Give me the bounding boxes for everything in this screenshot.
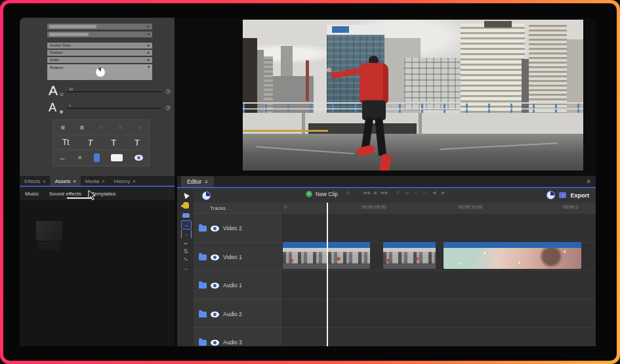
prev-clip-icon[interactable]: ◀: [432, 190, 436, 195]
align-full-icon[interactable]: ≡: [137, 123, 141, 131]
rewind-icon[interactable]: ◀◀: [363, 190, 370, 195]
rotation-dial[interactable]: [96, 68, 105, 77]
clip-header-bar: [383, 242, 436, 248]
subtab-music[interactable]: Music: [20, 191, 44, 197]
dancer-hoodie: [360, 63, 388, 104]
stroke-slider[interactable]: [67, 108, 161, 109]
timeline-ruler[interactable]: 0 00:00:05:00 00:00:10:00 00:00:2: [194, 203, 596, 214]
background-color-swatch[interactable]: [111, 154, 123, 161]
asset-thumbnail[interactable]: [36, 221, 62, 241]
tab-menu-icon[interactable]: ≡: [133, 179, 135, 184]
tab-editor[interactable]: Editor ≡: [181, 176, 214, 187]
subtab-sound-effects[interactable]: Sound effects: [44, 191, 87, 197]
dropdown-field[interactable]: ▸: [47, 24, 152, 30]
align-justify-icon[interactable]: ≡: [118, 123, 122, 131]
roll-tool-icon[interactable]: ↔: [181, 230, 192, 238]
pointer-tool-icon[interactable]: [181, 191, 190, 199]
dancer-figure: [354, 56, 400, 171]
track-header-audio2[interactable]: Audio 2: [194, 299, 282, 329]
ruler-tick-label: 00:00:05:00: [354, 205, 394, 209]
folder-icon[interactable]: [199, 226, 207, 232]
playhead[interactable]: [327, 203, 328, 346]
font-size-slider[interactable]: [67, 91, 161, 92]
editor-toolbar: + New Clip ≣ ◀◀ ◉ ▶▶ ↺ ▭ ◁ ▷ ◀ ▶ ↑ Expor…: [194, 188, 596, 203]
panel-tab-bar: Effects ≡ Assets ≡ Media ≡ History ≡: [20, 176, 175, 187]
tower-sign-logo: [332, 26, 349, 33]
property-row-scale[interactable]: Scale ▸: [47, 57, 152, 63]
editor-menu-icon[interactable]: ≡: [587, 178, 590, 185]
trim-tool-icon[interactable]: ↔: [181, 220, 192, 230]
slip-tool-icon[interactable]: ↔: [181, 239, 190, 247]
razor-tool-icon[interactable]: [181, 211, 190, 219]
tracks-column-label: Tracks: [210, 205, 226, 211]
track-header-video1[interactable]: Video 1: [194, 242, 282, 272]
next-clip-icon[interactable]: ▶: [442, 190, 445, 195]
new-clip-button[interactable]: + New Clip: [306, 191, 338, 197]
timeline-clip[interactable]: [444, 242, 581, 269]
align-right-icon[interactable]: ≡: [60, 123, 64, 131]
track-header-audio1[interactable]: Audio 1: [194, 270, 282, 300]
asset-thumbnail[interactable]: [38, 242, 60, 250]
step-forward-icon[interactable]: ▷: [423, 190, 426, 195]
export-button[interactable]: Export: [570, 192, 589, 199]
parking-line: [256, 146, 354, 154]
track-header-audio3[interactable]: Audio 3: [194, 327, 282, 346]
text-button[interactable]: T: [134, 138, 140, 148]
property-row-rotation[interactable]: Rotation ▾: [47, 64, 152, 80]
clone-icon[interactable]: ≣: [346, 190, 350, 195]
video-preview: [243, 20, 583, 171]
tab-menu-icon[interactable]: ≡: [73, 179, 75, 184]
record-icon[interactable]: ◉: [373, 190, 377, 195]
clock-icon[interactable]: [202, 192, 211, 200]
property-row-position[interactable]: Position ▸: [47, 50, 152, 56]
eye-icon[interactable]: [211, 340, 219, 346]
lane-separator: [283, 299, 596, 300]
folder-icon[interactable]: [199, 340, 207, 346]
timeline-lanes[interactable]: [282, 213, 596, 346]
keyframe-stopwatch-icon[interactable]: ◷: [165, 88, 171, 94]
pillar-shape: [419, 113, 422, 134]
folder-icon[interactable]: [199, 254, 207, 260]
align-left-icon[interactable]: ≡: [80, 123, 84, 131]
eye-icon[interactable]: [211, 312, 219, 317]
clear-style-icon[interactable]: ×: [78, 153, 82, 161]
tab-menu-icon[interactable]: ≡: [102, 179, 104, 184]
case-button[interactable]: Tt: [62, 138, 70, 147]
clip-header-bar: [444, 242, 581, 248]
letter-spacing-icon[interactable]: ↔: [59, 153, 66, 161]
tab-menu-icon[interactable]: ≡: [205, 179, 208, 185]
pointer-shape: [182, 191, 190, 199]
tab-menu-icon[interactable]: ≡: [43, 179, 45, 184]
desktop: ▸ ▾ Anchor Point ▸ Position ▸ Scale ▸ Ro…: [3, 3, 617, 361]
timeline-clip[interactable]: [383, 242, 436, 269]
fill-color-swatch[interactable]: [94, 153, 100, 162]
dropdown-value-pill: [49, 25, 96, 28]
antenna-shape: [306, 60, 309, 101]
zoom-tool-icon[interactable]: →: [181, 264, 190, 272]
fast-forward-icon[interactable]: ▶▶: [381, 190, 388, 195]
stroke-icon: A: [49, 101, 56, 115]
eye-icon[interactable]: [211, 226, 219, 232]
curve-tool-icon[interactable]: ∿: [181, 255, 190, 263]
hand-tool-icon[interactable]: [181, 201, 190, 209]
folder-icon[interactable]: [199, 312, 207, 317]
clock-icon[interactable]: [547, 191, 555, 199]
dropdown-field[interactable]: ▾: [47, 31, 152, 37]
eye-icon[interactable]: [211, 283, 219, 289]
text-button[interactable]: T: [111, 138, 116, 148]
eye-icon[interactable]: [211, 254, 219, 260]
folder-icon[interactable]: [199, 283, 207, 289]
italic-button[interactable]: T: [87, 138, 93, 148]
chevron-right-icon: ▸: [148, 24, 150, 30]
visibility-eye-icon[interactable]: [134, 155, 143, 161]
stop-icon[interactable]: ▭: [405, 190, 409, 195]
export-group: ↑ Export: [547, 191, 589, 199]
property-row-anchor-point[interactable]: Anchor Point ▸: [47, 43, 152, 49]
keyframe-stopwatch-icon[interactable]: ◷: [165, 104, 171, 111]
step-back-icon[interactable]: ◁: [414, 190, 417, 195]
track-header-video2[interactable]: Video 2: [194, 213, 282, 243]
slide-tool-icon[interactable]: ⇅: [181, 247, 190, 255]
undo-icon[interactable]: ↺: [396, 190, 400, 195]
align-center-icon[interactable]: ≡: [99, 123, 103, 131]
font-size-sub: 32: [60, 92, 64, 96]
